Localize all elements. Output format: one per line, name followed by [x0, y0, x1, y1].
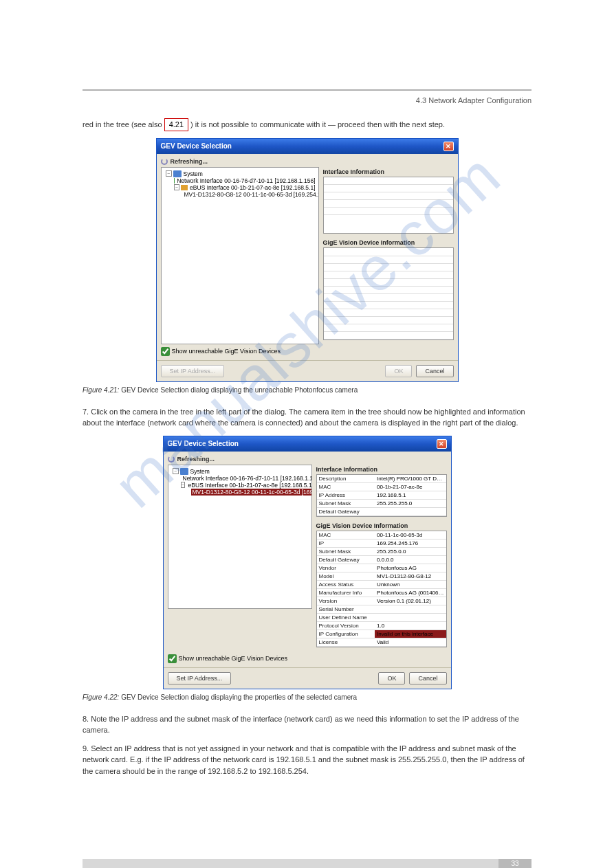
device-info-table: MAC00-11-1c-00-65-3d IP169.254.245.176 S…	[317, 531, 446, 647]
cancel-button[interactable]: Cancel	[416, 365, 453, 377]
ebus-icon	[181, 185, 188, 190]
collapse-icon[interactable]: −	[174, 184, 180, 190]
iface-subnet: 255.255.255.0	[375, 499, 446, 507]
set-ip-button[interactable]: Set IP Address...	[168, 672, 232, 685]
set-ip-button: Set IP Address...	[161, 365, 225, 377]
gev-dialog-2: GEV Device Selection ✕ Refreshing... −Sy…	[163, 436, 452, 689]
close-icon[interactable]: ✕	[443, 142, 454, 151]
show-unreachable-label: Show unreachable GigE Vision Devices	[172, 348, 281, 355]
show-unreachable-checkbox[interactable]	[168, 654, 177, 663]
interface-info-header: Interface Information	[323, 167, 454, 177]
device-tree[interactable]: −System Network Interface 00-16-76-d7-10…	[161, 167, 319, 344]
iface-mac: 00-1b-21-07-ac-8e	[375, 482, 446, 491]
show-unreachable-label: Show unreachable GigE Vision Devices	[179, 655, 287, 662]
collapse-icon[interactable]: −	[166, 170, 172, 177]
interface-info-header: Interface Information	[316, 465, 447, 474]
top-rule	[83, 89, 531, 91]
titlebar: GEV Device Selection ✕	[157, 139, 458, 154]
intro-paragraph: red in the tree (see also 4.21 ) it is n…	[83, 118, 531, 131]
dev-subnet: 255.255.0.0	[375, 547, 446, 555]
device-tree[interactable]: −System Network Interface 00-16-76-d7-10…	[168, 465, 312, 609]
dev-ipconfig: Invalid on this interface	[375, 630, 446, 638]
nic-icon	[174, 178, 175, 183]
figure-reference-box: 4.21	[164, 118, 188, 131]
spinner-icon	[161, 158, 168, 165]
spinner-icon	[168, 456, 175, 463]
tree-system[interactable]: System	[190, 468, 210, 475]
gev-dialog-1: GEV Device Selection ✕ Refreshing... −Sy…	[156, 138, 459, 382]
dev-version: Version 0.1 (02.01.12)	[375, 597, 446, 605]
cancel-button[interactable]: Cancel	[409, 672, 446, 685]
tree-ebus[interactable]: eBUS Interface 00-1b-21-07-ac-8e [192.16…	[190, 184, 315, 191]
device-info-header: GigE Vision Device Information	[323, 238, 454, 247]
dev-serial	[375, 605, 446, 613]
tree-ebus[interactable]: eBUS Interface 00-1b-21-07-ac-8e [192.16…	[188, 482, 312, 489]
device-info-empty	[323, 247, 454, 340]
ok-button: OK	[385, 365, 412, 377]
dev-license: Valid	[375, 638, 446, 646]
page-number: 33	[498, 859, 531, 868]
close-icon[interactable]: ✕	[437, 439, 447, 449]
collapse-icon[interactable]: −	[173, 468, 179, 474]
refreshing-label: Refreshing...	[177, 456, 215, 463]
intro-suffix: ) it is not possible to communicate with…	[190, 120, 445, 129]
show-unreachable-checkbox[interactable]	[161, 347, 170, 356]
iface-description: Intel(R) PRO/1000 GT Desktop Adap...	[375, 475, 446, 483]
ok-button[interactable]: OK	[378, 672, 405, 685]
refreshing-label: Refreshing...	[161, 158, 454, 165]
interface-info-table: DescriptionIntel(R) PRO/1000 GT Desktop …	[317, 475, 446, 516]
section-heading: 4.3 Network Adapter Configuration	[83, 96, 531, 104]
step-9: 9. Select an IP address that is not yet …	[83, 743, 531, 777]
footer-bar: 33	[83, 859, 531, 868]
iface-ip: 192.168.5.1	[375, 491, 446, 499]
dev-mfr: Photonfocus AG (00140622)	[375, 588, 446, 597]
system-icon	[180, 468, 188, 475]
interface-info-box: DescriptionIntel(R) PRO/1000 GT Desktop …	[316, 474, 447, 517]
device-info-header: GigE Vision Device Information	[316, 521, 447, 531]
dev-username	[375, 613, 446, 621]
device-info-box: MAC00-11-1c-00-65-3d IP169.254.245.176 S…	[316, 531, 447, 647]
dev-gateway: 0.0.0.0	[375, 555, 446, 564]
dev-ip: 169.254.245.176	[375, 539, 446, 547]
dev-model: MV1-D1312-80-G8-12	[375, 572, 446, 580]
interface-info-empty	[323, 177, 454, 234]
system-icon	[173, 170, 182, 177]
dev-vendor: Photonfocus AG	[375, 564, 446, 572]
tree-camera-selected[interactable]: MV1-D1312-80-G8-12 00-11-1c-00-65-3d [16…	[191, 489, 312, 496]
tree-nic[interactable]: Network Interface 00-16-76-d7-10-11 [192…	[177, 177, 315, 184]
dev-protocol: 1.0	[375, 621, 446, 630]
tree-camera[interactable]: MV1-D1312-80-G8-12 00-11-1c-00-65-3d [16…	[184, 191, 319, 198]
step-7: 7. Click on the camera in the tree in th…	[83, 406, 531, 429]
figure-caption-1: Figure 4.21: GEV Device Selection dialog…	[83, 386, 531, 394]
step-8: 8. Note the IP address and the subnet ma…	[83, 713, 531, 736]
intro-prefix: red in the tree (see also	[83, 120, 164, 129]
dev-access: Unknown	[375, 580, 446, 588]
iface-gateway	[375, 507, 446, 515]
figure-caption-2: Figure 4.22: GEV Device Selection dialog…	[83, 693, 531, 701]
dialog-title: GEV Device Selection	[168, 440, 239, 447]
collapse-icon[interactable]: −	[181, 482, 185, 488]
dev-mac: 00-11-1c-00-65-3d	[375, 531, 446, 539]
tree-nic[interactable]: Network Interface 00-16-76-d7-10-11 [192…	[183, 475, 312, 482]
tree-system[interactable]: System	[184, 170, 203, 177]
dialog-title: GEV Device Selection	[161, 142, 232, 150]
